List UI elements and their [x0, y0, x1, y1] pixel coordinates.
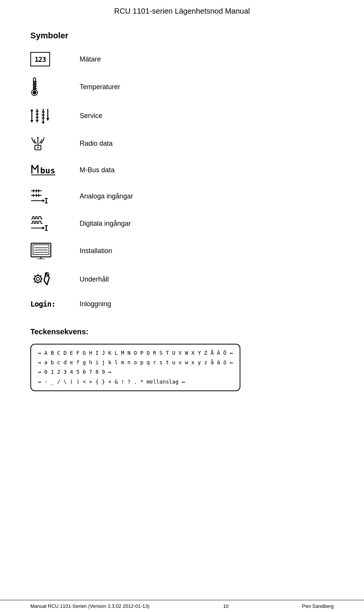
svg-marker-20	[42, 122, 45, 124]
symbol-row-installation: Installation	[30, 242, 334, 259]
underhall-icon	[30, 270, 64, 289]
symbol-row-radio-data: Radio data	[30, 135, 334, 152]
svg-marker-10	[30, 120, 33, 123]
svg-marker-80	[42, 227, 45, 230]
service-label: Service	[80, 112, 102, 120]
symbol-row-matare: 123 Mätare	[30, 52, 334, 66]
radio-data-label: Radio data	[80, 140, 113, 148]
matare-label: Mätare	[80, 55, 101, 63]
installation-icon	[30, 242, 64, 259]
teckensekvens-section: Teckensekvens: ↔ A B C D E F G H I J K L…	[30, 327, 334, 391]
page-header: RCU 1101-serien Lägenhetsnod Manual	[0, 0, 364, 19]
svg-point-92	[36, 277, 39, 280]
radio-icon	[30, 135, 64, 152]
inloggning-label: Inloggning	[80, 300, 111, 308]
footer-right: Peo Sandberg	[302, 603, 334, 609]
symbol-row-mbus-data: bus M-Bus data	[30, 163, 334, 177]
teckensekvens-box: ↔ A B C D E F G H I J K L M N O P Q R S …	[30, 344, 240, 391]
service-icon	[30, 107, 64, 124]
underhall-label: Underhåll	[80, 275, 109, 283]
symbol-row-analoga: Analoga ingångar	[30, 188, 334, 205]
symbol-row-service: Service	[30, 107, 334, 124]
svg-point-24	[37, 137, 39, 138]
section-title: Symboler	[30, 31, 334, 41]
mbus-data-label: M-Bus data	[80, 166, 115, 174]
svg-marker-22	[46, 118, 49, 121]
digitala-label: Digitala ingångar	[80, 220, 131, 228]
symbol-row-temperaturer: Temperaturer	[30, 77, 334, 97]
svg-line-99	[40, 275, 41, 277]
mbus-icon: bus	[30, 163, 64, 177]
teckensekvens-row-2: ↔ a b c d e f g h i j k l m n o p q r s …	[38, 358, 233, 367]
analoga-label: Analoga ingångar	[80, 192, 133, 200]
footer-center: 10	[223, 603, 228, 609]
svg-rect-2	[34, 81, 35, 90]
digitala-icon	[30, 215, 64, 232]
symbol-row-underhall: Underhåll	[30, 270, 334, 289]
inloggning-icon: Login:	[30, 299, 64, 308]
svg-line-102	[47, 277, 49, 285]
svg-point-3	[33, 91, 36, 94]
analoga-icon	[30, 188, 64, 205]
installation-label: Installation	[80, 247, 112, 255]
svg-line-97	[35, 275, 36, 277]
svg-point-27	[37, 147, 39, 148]
svg-rect-85	[33, 245, 49, 255]
temperaturer-icon	[30, 77, 64, 97]
teckensekvens-title: Teckensekvens:	[30, 327, 334, 336]
footer-left: Manual RCU 1101-Serien (Version 3.3.02 2…	[30, 603, 149, 609]
svg-line-100	[35, 281, 36, 282]
teckensekvens-row-3: ↔ 0 1 2 3 4 5 6 7 8 9 ↔	[38, 367, 233, 377]
svg-marker-49	[42, 199, 45, 202]
page-footer: Manual RCU 1101-Serien (Version 3.3.02 2…	[0, 600, 364, 612]
symbol-row-digitala: Digitala ingångar	[30, 215, 334, 232]
svg-marker-9	[30, 109, 33, 111]
svg-line-98	[40, 281, 41, 282]
temperaturer-label: Temperaturer	[80, 83, 120, 91]
svg-text:bus: bus	[40, 166, 55, 175]
teckensekvens-row-1: ↔ A B C D E F G H I J K L M N O P Q R S …	[38, 348, 233, 358]
symbol-row-inloggning: Login: Inloggning	[30, 299, 334, 308]
teckensekvens-row-4: ↔ - _ / \ ( ) < > { } + & ! ? . * mellan…	[38, 377, 233, 387]
matare-icon: 123	[30, 52, 64, 66]
svg-line-103	[44, 280, 47, 285]
